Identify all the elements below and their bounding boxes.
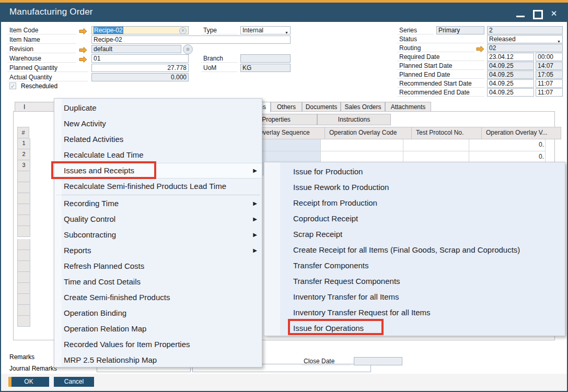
grid-row-number[interactable] [17, 171, 30, 182]
context-menu-item[interactable]: Operation Binding [54, 305, 262, 321]
grid-row-number[interactable] [17, 226, 30, 237]
grid-row-number[interactable] [17, 204, 30, 215]
item-name-field[interactable]: Recipe-02 [91, 35, 291, 44]
context-menu-item[interactable]: Time and Cost Details [54, 274, 262, 290]
expand-list-icon[interactable]: ≡ [183, 44, 193, 54]
lower-grid-row[interactable] [17, 250, 30, 261]
planned-start-date-field[interactable]: 04.09.25 [487, 62, 534, 70]
lower-grid-row[interactable] [17, 305, 30, 316]
tab-documents[interactable]: Documents [302, 102, 341, 112]
grid-column-header[interactable]: Operation Overlay Code [325, 127, 412, 139]
context-menu-item[interactable]: Issues and Receipts▶ [54, 163, 262, 179]
submenu-item[interactable]: Inventory Transfer Request for all Items [264, 305, 565, 320]
item-name-label: Item Name [7, 35, 76, 44]
lower-grid-row[interactable] [17, 261, 30, 272]
tab-others[interactable]: Others [271, 102, 302, 112]
lower-grid-row[interactable] [17, 283, 30, 294]
grid-row-number[interactable]: 1 [17, 138, 30, 149]
type-label: Type [201, 26, 238, 34]
cancel-button[interactable]: Cancel [54, 377, 94, 387]
submenu-item[interactable]: Transfer Components [264, 258, 565, 274]
submenu-item[interactable]: Issue for Operations [264, 320, 565, 336]
item-code-field[interactable]: Recipe-02≡ [91, 26, 189, 34]
tab-hidden-left[interactable]: I [15, 102, 56, 112]
submenu-item[interactable]: Coproduct Receipt [264, 211, 565, 227]
grid-cell[interactable]: 0. [469, 139, 546, 151]
menu-item-label: Operation Binding [64, 308, 126, 317]
grid-row-number-column: 123 [17, 138, 30, 237]
context-menu-item[interactable]: Recalculate Semi-finished Products Lead … [54, 179, 262, 194]
chevron-down-icon: ▼ [557, 38, 561, 43]
planned-quantity-field[interactable]: 27.778 [91, 64, 189, 72]
context-menu-item[interactable]: Recalculate Lead Time [54, 147, 262, 163]
link-arrow-icon[interactable] [79, 27, 87, 37]
routing-field[interactable]: 02 [487, 44, 563, 52]
close-date-field[interactable] [354, 357, 402, 365]
status-dropdown[interactable]: Released▼ [487, 35, 563, 43]
menu-item-label: Duplicate [64, 103, 97, 112]
submenu-item[interactable]: Create Receipt for all Items (Final Good… [264, 242, 565, 258]
status-value: Released [489, 35, 516, 43]
context-menu-item[interactable]: Related Activities [54, 132, 262, 147]
planned-end-date-field[interactable]: 04.09.25 [487, 70, 534, 79]
grid-cell[interactable] [321, 139, 403, 151]
context-menu-item[interactable]: Duplicate [54, 100, 262, 116]
submenu-item[interactable]: Issue Rework to Production [264, 180, 565, 195]
submenu-item[interactable]: Scrap Receipt [264, 227, 565, 242]
grid-row-number[interactable] [17, 193, 30, 204]
submenu-item[interactable]: Transfer Request Components [264, 274, 565, 289]
lower-grid-row[interactable] [17, 316, 30, 327]
maximize-icon[interactable] [532, 9, 542, 18]
context-menu-item[interactable]: Subcontracting▶ [54, 227, 262, 243]
revision-field[interactable]: default [91, 45, 181, 53]
tab-sales-orders[interactable]: Sales Orders [341, 102, 385, 112]
required-time-field[interactable]: 00:00 [536, 53, 563, 61]
branch-field[interactable] [240, 54, 291, 63]
recommended-end-date-field[interactable]: 04.09.25 [487, 88, 534, 97]
grid-cell[interactable] [403, 139, 469, 151]
grid-row-number[interactable] [17, 215, 30, 226]
ok-button[interactable]: OK [8, 377, 49, 387]
actual-quantity-field[interactable]: 0.000 [91, 73, 189, 81]
context-menu-item[interactable]: Operation Relation Map [54, 321, 262, 337]
recommended-end-time-field[interactable]: 11:07 [536, 88, 563, 97]
grid-row-number[interactable] [17, 182, 30, 193]
lower-grid-row[interactable] [17, 294, 30, 305]
grid-row-number[interactable]: 2 [17, 149, 30, 160]
context-menu-item[interactable]: Recorded Values for Item Properties [54, 337, 262, 352]
context-menu-item[interactable]: Quality Control▶ [54, 211, 262, 227]
required-date-field[interactable]: 23.04.12 [487, 53, 534, 61]
warehouse-field[interactable]: 01 [91, 54, 189, 63]
grid-row-number[interactable]: 3 [17, 160, 30, 171]
submenu-item[interactable]: Issue for Production [264, 164, 565, 180]
recommended-start-time-field[interactable]: 11:07 [536, 79, 563, 88]
recommended-start-date-field[interactable]: 04.09.25 [487, 79, 534, 88]
planned-start-time-field[interactable]: 14:07 [536, 62, 563, 70]
context-menu-item[interactable]: Create Semi-finished Products [54, 290, 262, 305]
context-menu-item[interactable]: New Activity [54, 116, 262, 132]
recommended-end-date-label: Recommended End Date [397, 88, 484, 97]
series-field[interactable]: Primary [436, 26, 484, 34]
context-menu-item[interactable]: Reports▶ [54, 243, 262, 258]
rescheduled-checkbox[interactable]: ✓ [9, 82, 16, 89]
submenu-item[interactable]: Inventory Transfer for all Items [264, 289, 565, 305]
link-arrow-icon[interactable] [79, 46, 87, 55]
lower-grid-row[interactable] [17, 272, 30, 283]
context-menu-item[interactable]: Refresh Planned Costs [54, 258, 262, 274]
uom-field[interactable]: KG [240, 64, 291, 72]
submenu-item[interactable]: Receipt from Production [264, 195, 565, 211]
context-menu-item[interactable]: Recording Time▶ [54, 196, 262, 211]
subtab-instructions[interactable]: Instructions [317, 114, 391, 125]
menu-item-label: Subcontracting [64, 230, 116, 239]
tab-attachments[interactable]: Attachments [385, 102, 431, 112]
lower-grid-row[interactable] [17, 239, 30, 250]
planned-end-time-field[interactable]: 17:05 [536, 70, 563, 79]
type-dropdown[interactable]: Internal▼ [240, 26, 291, 34]
grid-column-header[interactable]: Operation Overlay V... [482, 127, 561, 139]
close-icon[interactable]: ✕ [549, 9, 559, 18]
context-menu-item[interactable]: MRP 2.5 Relationship Map [54, 352, 262, 368]
grid-column-header[interactable]: Test Protocol No. [412, 127, 482, 139]
choose-from-list-icon[interactable]: ≡ [179, 27, 187, 34]
series-number-field[interactable]: 2 [487, 26, 563, 34]
minimize-icon[interactable] [515, 9, 526, 18]
